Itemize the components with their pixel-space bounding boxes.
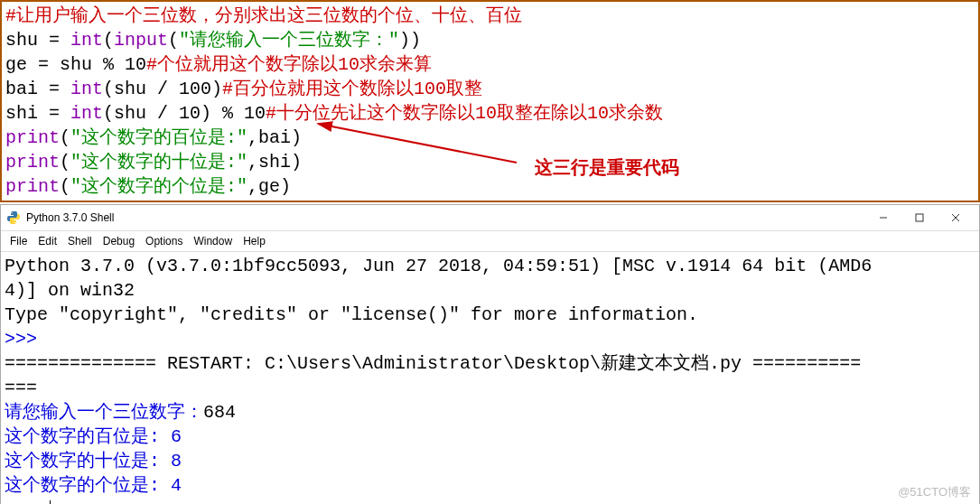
window-title-bar: Python 3.7.0 Shell	[1, 205, 979, 231]
code-line-4: bai = int(shu / 100)#百分位就用这个数除以100取整	[5, 77, 975, 101]
shell-banner-line: Python 3.7.0 (v3.7.0:1bf9cc5093, Jun 27 …	[5, 254, 975, 278]
svg-rect-4	[916, 214, 923, 221]
code-line-3: ge = shu % 10#个位就用这个数字除以10求余来算	[5, 52, 975, 77]
window-controls	[865, 208, 974, 228]
watermark: @51CTO博客	[898, 484, 971, 500]
menu-debug[interactable]: Debug	[98, 233, 140, 249]
shell-prompt-line: >>>	[5, 327, 975, 351]
close-button[interactable]	[938, 208, 974, 228]
code-editor: #让用户输入一个三位数，分别求出这三位数的个位、十位、百位 shu = int(…	[0, 0, 980, 202]
shell-output-line: 这个数字的百位是: 6	[5, 425, 975, 449]
shell-output[interactable]: Python 3.7.0 (v3.7.0:1bf9cc5093, Jun 27 …	[1, 252, 979, 504]
code-comment: #让用户输入一个三位数，分别求出这三位数的个位、十位、百位	[5, 5, 522, 26]
shell-restart-line: ============== RESTART: C:\Users\Adminis…	[5, 351, 975, 376]
annotation-text: 这三行是重要代码	[535, 155, 679, 180]
shell-banner-line: Type "copyright", "credits" or "license(…	[5, 303, 975, 327]
shell-input-line: 请您输入一个三位数字：684	[5, 400, 975, 425]
shell-restart-line: ===	[5, 376, 975, 400]
svg-line-0	[318, 124, 517, 163]
text-cursor	[50, 500, 51, 504]
window-title: Python 3.7.0 Shell	[26, 211, 865, 224]
menu-shell[interactable]: Shell	[62, 233, 98, 249]
shell-output-line: 这个数字的个位是: 4	[5, 473, 975, 498]
shell-banner-line: 4)] on win32	[5, 278, 975, 303]
menu-options[interactable]: Options	[140, 233, 188, 249]
shell-output-line: 这个数字的十位是: 8	[5, 449, 975, 473]
menu-window[interactable]: Window	[188, 233, 238, 249]
minimize-button[interactable]	[865, 208, 901, 228]
menu-edit[interactable]: Edit	[33, 233, 62, 249]
menu-help[interactable]: Help	[238, 233, 271, 249]
maximize-button[interactable]	[901, 208, 938, 228]
menu-file[interactable]: File	[5, 233, 33, 249]
code-line-1: #让用户输入一个三位数，分别求出这三位数的个位、十位、百位	[5, 4, 975, 28]
code-line-2: shu = int(input("请您输入一个三位数字："))	[5, 28, 975, 52]
menu-bar: File Edit Shell Debug Options Window Hel…	[1, 231, 979, 252]
svg-point-1	[11, 212, 12, 213]
shell-prompt-line: >>>	[5, 498, 975, 504]
annotation-arrow	[309, 119, 526, 182]
python-icon	[6, 210, 21, 225]
python-shell-window: Python 3.7.0 Shell File Edit Shell Debug…	[0, 204, 980, 504]
svg-point-2	[14, 222, 15, 223]
